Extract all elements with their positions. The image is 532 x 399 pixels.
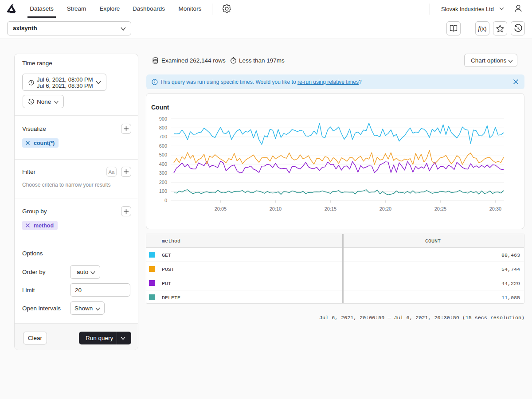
svg-text:20:30: 20:30	[489, 206, 502, 211]
svg-text:20:10: 20:10	[270, 206, 282, 211]
svg-text:20:15: 20:15	[325, 206, 337, 211]
svg-text:0: 0	[164, 198, 167, 203]
svg-text:20:20: 20:20	[379, 206, 392, 211]
svg-text:100: 100	[159, 188, 167, 194]
svg-text:900: 900	[159, 116, 167, 121]
svg-text:700: 700	[159, 134, 167, 139]
svg-text:20:25: 20:25	[434, 206, 447, 211]
svg-text:300: 300	[159, 170, 167, 176]
svg-text:600: 600	[159, 143, 167, 149]
svg-text:20:05: 20:05	[215, 206, 227, 211]
svg-text:200: 200	[159, 180, 167, 185]
svg-text:800: 800	[159, 125, 167, 130]
svg-text:500: 500	[159, 152, 167, 157]
svg-text:400: 400	[159, 161, 167, 167]
